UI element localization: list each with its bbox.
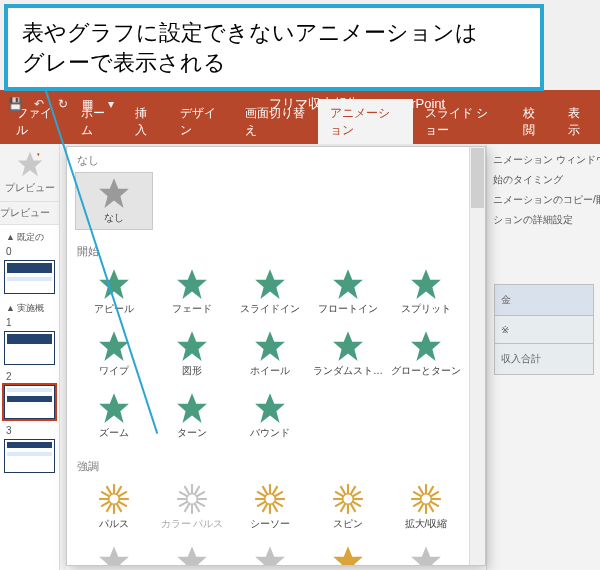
- swivel-star-icon: [175, 392, 209, 424]
- svg-marker-4: [177, 269, 207, 299]
- bounce-star-icon: [253, 392, 287, 424]
- randombars-star-icon: [331, 330, 365, 362]
- animation-growturn-label: グローとターン: [391, 364, 461, 378]
- lighten-star-icon: [253, 545, 287, 566]
- slide-thumbnail-1[interactable]: [4, 331, 55, 365]
- animation-none-label: なし: [104, 211, 124, 225]
- split-star-icon: [409, 268, 443, 300]
- table-cell-2: ※: [494, 316, 594, 344]
- preview-label: プレビュー: [2, 181, 57, 195]
- animation-fade[interactable]: フェード: [153, 263, 231, 321]
- animation-growshrink-label: 拡大/収縮: [405, 517, 448, 531]
- animation-wipe-label: ワイプ: [99, 364, 129, 378]
- animation-flyin[interactable]: スライドイン: [231, 263, 309, 321]
- svg-marker-5: [255, 269, 285, 299]
- animation-pulse[interactable]: パルス: [75, 478, 153, 536]
- gallery-section-none: なし: [67, 147, 485, 170]
- svg-marker-9: [177, 331, 207, 361]
- emphasis-grid: パルス カラー パルス シーソー スピン 拡大/収縮 薄く 暗く 明るく 透過性…: [67, 476, 485, 566]
- scrollbar-thumb[interactable]: [471, 148, 484, 208]
- callout-box: 表やグラフに設定できないアニメーションは グレーで表示される: [4, 4, 544, 91]
- shape-star-icon: [175, 330, 209, 362]
- darken-star-icon: [175, 545, 209, 566]
- slide-table[interactable]: 金 ※ 収入合計: [494, 284, 594, 375]
- animation-object: オブジェクト…: [387, 540, 465, 566]
- animation-zoom-label: ズーム: [99, 426, 129, 440]
- powerpoint-window: 💾 ↶ ↻ ▦ ▾ フリマ収支報告 - PowerPoint ファイル ホーム …: [0, 90, 600, 570]
- thumb-section-label-1: ▲ 既定の: [2, 229, 57, 246]
- tab-slideshow[interactable]: スライド ショー: [413, 99, 511, 144]
- animation-lighten: 明るく: [231, 540, 309, 566]
- thumb-section-label-2: ▲ 実施概: [2, 300, 57, 317]
- animation-transp[interactable]: 透過性: [309, 540, 387, 566]
- spin-star-icon: [331, 483, 365, 515]
- animation-desaturate: 薄く: [75, 540, 153, 566]
- zoom-star-icon: [97, 392, 131, 424]
- slide-thumbnail-3[interactable]: [4, 439, 55, 473]
- animation-fade-label: フェード: [172, 302, 212, 316]
- trigger-button[interactable]: 始のタイミング: [491, 170, 596, 190]
- animation-appear[interactable]: アピール: [75, 263, 153, 321]
- animation-swivel[interactable]: ターン: [153, 387, 231, 445]
- preview-star-icon: [13, 150, 47, 178]
- fade-star-icon: [175, 268, 209, 300]
- animation-spin[interactable]: スピン: [309, 478, 387, 536]
- animation-wipe[interactable]: ワイプ: [75, 325, 153, 383]
- growturn-star-icon: [409, 330, 443, 362]
- animation-shape[interactable]: 図形: [153, 325, 231, 383]
- table-cell-3: 収入合計: [494, 344, 594, 375]
- table-cell-1: 金: [494, 284, 594, 316]
- tab-insert[interactable]: 挿入: [123, 99, 167, 144]
- animation-zoom[interactable]: ズーム: [75, 387, 153, 445]
- animation-pulse-label: パルス: [99, 517, 129, 531]
- animation-split[interactable]: スプリット: [387, 263, 465, 321]
- animation-bounce[interactable]: バウンド: [231, 387, 309, 445]
- svg-point-41: [187, 494, 198, 505]
- gallery-scrollbar[interactable]: [469, 147, 485, 565]
- svg-marker-12: [411, 331, 441, 361]
- redo-icon[interactable]: ↻: [54, 95, 72, 113]
- animation-growshrink[interactable]: 拡大/収縮: [387, 478, 465, 536]
- save-icon[interactable]: 💾: [6, 95, 24, 113]
- animation-colorpulse: カラー パルス: [153, 478, 231, 536]
- animation-randombars[interactable]: ランダムスト…: [309, 325, 387, 383]
- animation-spin-label: スピン: [333, 517, 363, 531]
- svg-marker-81: [99, 546, 129, 566]
- undo-icon[interactable]: ↶: [30, 95, 48, 113]
- svg-marker-1: [37, 154, 40, 157]
- animation-painter-button[interactable]: ニメーションのコピー/貼り付: [491, 190, 596, 210]
- animation-gallery-dropdown: なし なし 開始 アピール フェード スライドイン フロートイン スプリット ワ…: [66, 146, 486, 566]
- qat-customize-icon[interactable]: ▾: [102, 95, 120, 113]
- tab-animations[interactable]: アニメーション: [318, 99, 413, 144]
- animation-colorpulse-label: カラー パルス: [161, 517, 224, 531]
- animation-wheel[interactable]: ホイール: [231, 325, 309, 383]
- teeter-star-icon: [253, 483, 287, 515]
- tab-review[interactable]: 校閲: [511, 99, 555, 144]
- svg-marker-2: [99, 178, 129, 208]
- none-star-icon: [97, 177, 131, 209]
- thumb-number-0: 0: [2, 246, 57, 257]
- animation-pane-button[interactable]: ニメーション ウィンドウ: [491, 150, 596, 170]
- desaturate-star-icon: [97, 545, 131, 566]
- svg-marker-6: [333, 269, 363, 299]
- floatin-star-icon: [331, 268, 365, 300]
- slide-thumbnail-0[interactable]: [4, 260, 55, 294]
- animation-teeter[interactable]: シーソー: [231, 478, 309, 536]
- slideshow-icon[interactable]: ▦: [78, 95, 96, 113]
- animation-floatin-label: フロートイン: [318, 302, 378, 316]
- animation-bounce-label: バウンド: [250, 426, 290, 440]
- tab-transitions[interactable]: 画面切り替え: [233, 99, 318, 144]
- slide-thumbnail-2[interactable]: [4, 385, 55, 419]
- svg-marker-7: [411, 269, 441, 299]
- animation-randombars-label: ランダムスト…: [313, 364, 383, 378]
- tab-view[interactable]: 表示: [556, 99, 600, 144]
- appear-star-icon: [97, 268, 131, 300]
- tab-design[interactable]: デザイン: [168, 99, 233, 144]
- flyin-star-icon: [253, 268, 287, 300]
- svg-point-80: [421, 494, 432, 505]
- preview-button[interactable]: プレビュー: [0, 144, 59, 202]
- left-panel: プレビュー プレビュー ▲ 既定の 0 ▲ 実施概 1 2 3: [0, 144, 60, 570]
- animation-floatin[interactable]: フロートイン: [309, 263, 387, 321]
- animation-growturn[interactable]: グローとターン: [387, 325, 465, 383]
- svg-point-54: [265, 494, 276, 505]
